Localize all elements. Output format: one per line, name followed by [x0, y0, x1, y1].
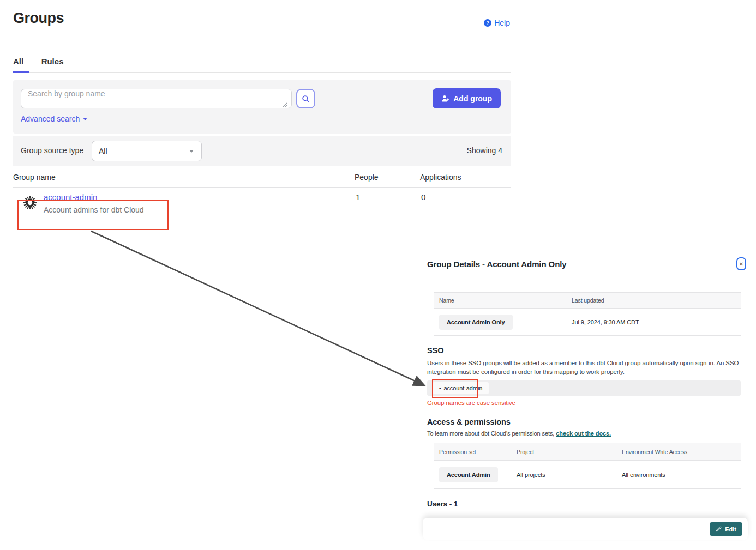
column-name: Name: [434, 297, 572, 304]
last-updated-value: Jul 9, 2024, 9:30 AM CDT: [572, 319, 741, 325]
add-group-label: Add group: [453, 94, 492, 103]
tab-bar: All Rules: [13, 57, 511, 73]
case-sensitive-warning: Group names are case sensitive: [427, 400, 515, 406]
panel-footer: Edit: [423, 518, 748, 540]
caret-down-icon: [189, 150, 194, 153]
sso-description: Users in these SSO groups will be added …: [427, 359, 748, 377]
permissions-table: Permission set Project Environment Write…: [434, 443, 741, 489]
permissions-table-header: Permission set Project Environment Write…: [434, 443, 741, 461]
sso-heading: SSO: [427, 346, 443, 355]
access-intro-text: To learn more about dbt Cloud's permissi…: [427, 430, 556, 437]
tab-all[interactable]: All: [13, 57, 23, 66]
docs-link[interactable]: check out the docs.: [556, 430, 611, 437]
name-table: Name Last updated Account Admin Only Jul…: [434, 292, 741, 336]
add-group-button[interactable]: Add group: [433, 88, 501, 108]
search-input[interactable]: [21, 89, 292, 108]
filter-bar: Group source type All Showing 4: [13, 136, 511, 166]
sso-group-bar: account-admin: [427, 380, 741, 396]
group-source-type-select[interactable]: All: [92, 141, 202, 161]
group-name-chip: Account Admin Only: [439, 315, 513, 330]
panel-title: Group Details - Account Admin Only: [427, 255, 748, 269]
advanced-search-toggle[interactable]: Advanced search: [21, 114, 87, 123]
project-value: All projects: [517, 472, 622, 478]
panel-divider: [424, 279, 748, 279]
selected-option: All: [99, 147, 107, 155]
name-table-header: Name Last updated: [434, 292, 741, 309]
page-header: Groups ? Help: [13, 10, 511, 37]
column-applications: Applications: [420, 173, 461, 182]
table-row: account-admin Account admins for dbt Clo…: [13, 188, 511, 224]
group-name-link[interactable]: account-admin: [44, 192, 97, 202]
column-last-updated: Last updated: [572, 297, 741, 304]
table-row: Account Admin All projects All environme…: [434, 461, 741, 489]
groups-table: Group name People Applications: [13, 168, 511, 224]
edit-label: Edit: [725, 526, 736, 533]
pencil-icon: [716, 526, 722, 532]
panel-header: Group Details - Account Admin Only ✕: [427, 255, 748, 274]
help-label: Help: [494, 19, 510, 27]
active-tab-indicator: [13, 71, 29, 73]
column-permission-set: Permission set: [434, 449, 517, 455]
group-sunburst-icon: [23, 196, 37, 210]
search-button[interactable]: [296, 89, 315, 108]
group-description: Account admins for dbt Cloud: [44, 206, 144, 214]
access-intro: To learn more about dbt Cloud's permissi…: [427, 430, 611, 437]
search-icon: [302, 95, 310, 103]
edit-button[interactable]: Edit: [710, 522, 742, 536]
help-icon: ?: [484, 19, 491, 27]
environment-value: All environments: [622, 472, 741, 478]
sso-group-item: account-admin: [433, 382, 489, 394]
column-people: People: [355, 173, 379, 182]
search-panel: Advanced search Add group: [13, 80, 511, 134]
table-row: Account Admin Only Jul 9, 2024, 9:30 AM …: [434, 309, 741, 336]
column-project: Project: [517, 449, 622, 455]
showing-count: Showing 4: [467, 146, 502, 155]
people-count: 1: [356, 192, 360, 202]
groups-table-header: Group name People Applications: [13, 168, 511, 188]
group-details-panel: Group Details - Account Admin Only ✕ Nam…: [427, 255, 748, 274]
help-link[interactable]: ? Help: [484, 19, 510, 27]
column-environment-write-access: Environment Write Access: [622, 449, 741, 455]
tabs-divider: [13, 72, 511, 73]
column-group-name: Group name: [13, 173, 56, 182]
user-plus-icon: [441, 95, 449, 102]
applications-count: 0: [421, 192, 425, 202]
close-icon[interactable]: ✕: [736, 257, 746, 270]
permission-set-chip: Account Admin: [439, 467, 498, 482]
users-heading: Users - 1: [427, 500, 458, 508]
tab-rules[interactable]: Rules: [41, 57, 64, 66]
access-permissions-heading: Access & permissions: [427, 418, 511, 426]
caret-down-icon: [83, 118, 87, 120]
advanced-search-label: Advanced search: [21, 114, 80, 123]
group-source-type-label: Group source type: [21, 146, 83, 155]
page-title: Groups: [13, 10, 511, 27]
groups-page: Groups ? Help All Rules Advanced search: [13, 10, 511, 224]
